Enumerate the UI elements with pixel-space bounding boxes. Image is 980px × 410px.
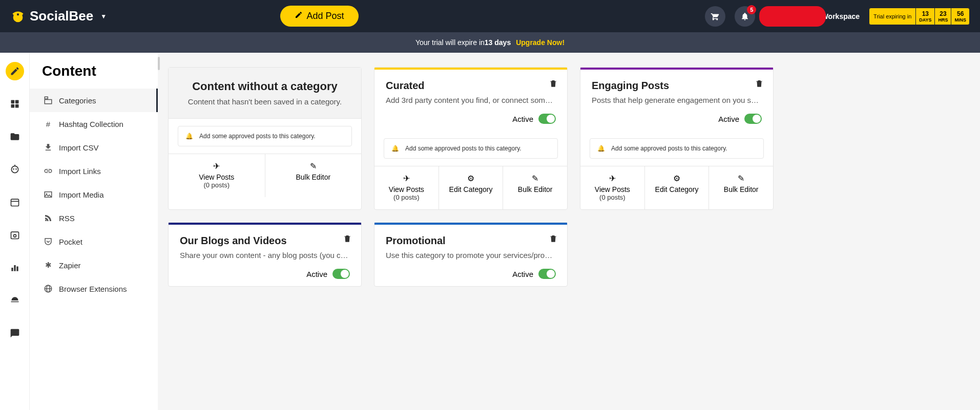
svg-rect-10 <box>11 199 18 206</box>
card-desc: Content that hasn't been saved in a cate… <box>180 97 350 106</box>
delete-category-button[interactable] <box>755 79 764 90</box>
gear-icon: ⚙ <box>647 174 707 183</box>
content-area: Content without a category Content that … <box>158 53 980 410</box>
nav-zapier[interactable]: ✱Zapier <box>30 253 158 277</box>
upgrade-now-link[interactable]: Upgrade Now! <box>516 38 565 47</box>
rail-analytics[interactable] <box>6 258 24 277</box>
svg-point-21 <box>45 220 47 221</box>
rail-robot[interactable] <box>6 160 24 179</box>
nav-import-csv[interactable]: Import CSV <box>30 136 158 159</box>
card-title: Promotional <box>386 235 556 247</box>
zapier-icon: ✱ <box>44 261 53 270</box>
brand-name: SocialBee <box>30 8 93 24</box>
bell-icon: 🔔 <box>391 145 399 152</box>
delete-category-button[interactable] <box>343 234 352 245</box>
svg-rect-5 <box>15 104 18 108</box>
bulk-editor-button[interactable]: ✎Bulk Editor <box>709 166 773 209</box>
svg-rect-3 <box>15 100 18 104</box>
card-title: Our Blogs and Videos <box>180 235 350 247</box>
notification-count-badge: 5 <box>747 5 756 14</box>
edit-icon: ✎ <box>711 174 771 183</box>
card-desc: Use this category to promote your servic… <box>386 251 556 260</box>
view-posts-button[interactable]: ✈View Posts(0 posts) <box>374 166 439 209</box>
alert-text-b: 13 days <box>485 38 511 47</box>
rail-chat[interactable] <box>6 324 24 342</box>
nav-browser-ext[interactable]: Browser Extensions <box>30 277 158 300</box>
edit-icon <box>295 11 303 21</box>
rail-concierge[interactable] <box>6 291 24 310</box>
add-post-button[interactable]: Add Post <box>280 6 359 27</box>
nav-import-links[interactable]: Import Links <box>30 159 158 183</box>
top-bar: SocialBee ▼ Add Post 5 My Workspace Tria… <box>0 0 980 32</box>
send-icon: ✈ <box>582 174 642 183</box>
active-toggle[interactable] <box>332 269 350 279</box>
send-icon: ✈ <box>377 174 436 183</box>
empty-alert: 🔔 Add some approved posts to this catego… <box>178 126 352 146</box>
active-toggle[interactable] <box>538 114 556 124</box>
bulk-editor-button[interactable]: ✎Bulk Editor <box>503 166 567 209</box>
svg-rect-16 <box>16 267 18 271</box>
card-desc: Posts that help generate engagement on y… <box>592 96 762 104</box>
rail-grid[interactable] <box>6 95 24 113</box>
download-icon <box>44 143 53 152</box>
rail-folder[interactable] <box>6 127 24 146</box>
card-desc: Add 3rd party content you find, or conne… <box>386 96 556 104</box>
content-sidebar: Content Categories #Hashtag Collection I… <box>30 53 158 410</box>
svg-rect-15 <box>14 265 15 271</box>
add-post-label: Add Post <box>307 11 344 21</box>
trial-alert-bar: Your trial will expire in 13 days Upgrad… <box>0 32 980 53</box>
card-engaging: Engaging Posts Posts that help generate … <box>580 67 774 210</box>
bell-icon: 🔔 <box>185 133 193 140</box>
card-desc: Share your own content - any blog posts … <box>180 251 350 260</box>
trial-countdown[interactable]: Trial expiring in 13DAYS 23HRS 56MINS <box>869 8 970 25</box>
rss-icon <box>44 213 53 223</box>
svg-point-13 <box>13 234 16 237</box>
bell-icon: 🔔 <box>597 145 605 152</box>
rail-content[interactable] <box>6 62 24 80</box>
nav-pocket[interactable]: Pocket <box>30 230 158 253</box>
notifications-button[interactable]: 5 <box>735 6 755 27</box>
card-no-category: Content without a category Content that … <box>168 67 362 210</box>
active-toggle[interactable] <box>538 269 556 279</box>
nav-categories[interactable]: Categories <box>30 89 158 112</box>
image-icon <box>44 190 53 199</box>
edit-category-button[interactable]: ⚙Edit Category <box>645 166 710 209</box>
brand-menu[interactable]: SocialBee ▼ <box>10 8 107 24</box>
card-title: Engaging Posts <box>592 80 762 92</box>
svg-rect-4 <box>11 104 14 108</box>
rail-calendar[interactable] <box>6 193 24 211</box>
link-icon <box>44 166 53 176</box>
pocket-icon <box>44 237 53 246</box>
svg-rect-14 <box>11 268 13 271</box>
view-posts-button[interactable]: ✈View Posts(0 posts) <box>580 166 645 209</box>
svg-point-6 <box>11 166 18 172</box>
redacted-avatar <box>759 6 826 27</box>
sidebar-title: Content <box>30 53 158 89</box>
delete-category-button[interactable] <box>549 234 558 245</box>
nav-hashtag[interactable]: #Hashtag Collection <box>30 112 158 136</box>
edit-category-button[interactable]: ⚙Edit Category <box>439 166 504 209</box>
svg-rect-1 <box>17 13 19 15</box>
edit-icon: ✎ <box>267 161 360 171</box>
empty-alert: 🔔Add some approved posts to this categor… <box>384 138 558 159</box>
bulk-editor-button[interactable]: ✎Bulk Editor <box>265 154 362 197</box>
delete-category-button[interactable] <box>549 79 558 90</box>
cart-button[interactable] <box>705 6 725 27</box>
gear-icon: ⚙ <box>441 174 501 183</box>
hashtag-icon: # <box>44 119 53 128</box>
edit-icon: ✎ <box>505 174 565 183</box>
nav-import-media[interactable]: Import Media <box>30 183 158 206</box>
card-promotional: Promotional Use this category to promote… <box>374 222 568 287</box>
active-toggle[interactable] <box>744 114 762 124</box>
categories-icon <box>44 96 53 105</box>
nav-rail <box>0 53 30 410</box>
bee-logo-icon <box>10 9 26 24</box>
rail-schedule[interactable] <box>6 226 24 244</box>
view-posts-button[interactable]: ✈View Posts(0 posts) <box>169 154 265 197</box>
empty-alert: 🔔Add some approved posts to this categor… <box>590 138 764 159</box>
svg-rect-12 <box>11 232 18 239</box>
svg-point-8 <box>15 168 17 170</box>
nav-rss[interactable]: RSS <box>30 206 158 230</box>
svg-rect-2 <box>11 100 14 104</box>
send-icon: ✈ <box>171 161 263 171</box>
